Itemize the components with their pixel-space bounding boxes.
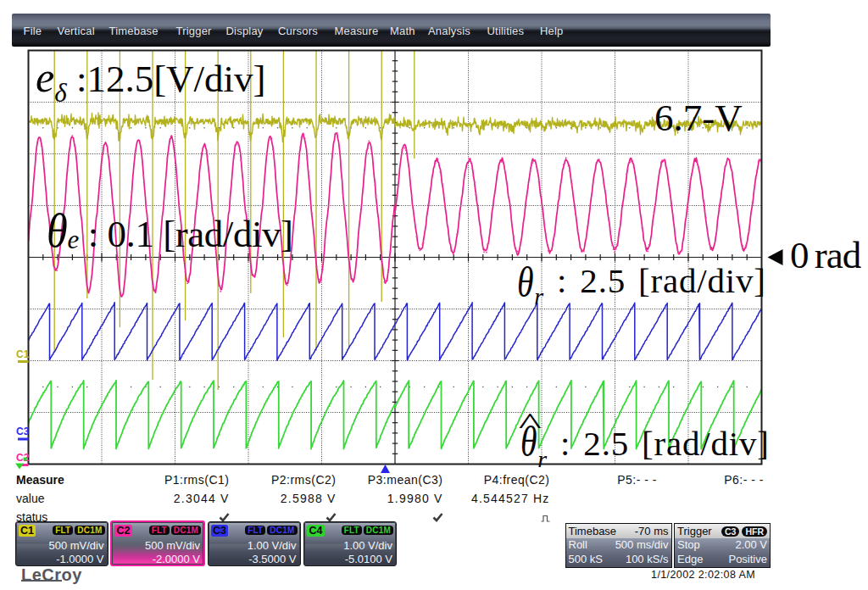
trigger-source-badge: C3 [721,526,739,537]
timebase-box[interactable]: Timebase-70 ms Roll500 ms/div 500 kS100 … [565,523,672,568]
measure-p6-label: P6:- - - [662,473,764,487]
timebase-header-row: Timebase-70 ms [566,524,671,538]
trigger-type: Edge [677,553,703,567]
measure-row-label: Measure [16,473,64,487]
channel-marker-c1: C1 [16,348,30,363]
trigger-badges: C3HFR [719,525,767,537]
channel-c4-flt-badge: FLT [342,526,362,535]
timebase-value: -70 ms [635,525,669,537]
channel-c3-vdiv: 1.00 V/div [248,539,297,552]
channel-c1-vdiv: 500 mV/div [48,539,103,552]
channel-c3-badges: FLTDC1M [245,526,297,535]
channel-c1-dc1m-badge: DC1M [75,526,104,535]
svg-text:C1: C1 [16,348,30,360]
annotation-theta-r-hat-rest: : 2.5 [rad/div] [548,424,770,463]
channel-c4-offset: -5.0100 V [345,553,392,565]
channel-c3-offset: -3.5000 V [248,553,296,565]
trigger-header-row: Trigger C3HFR [675,524,770,538]
svg-text:C3: C3 [16,426,30,437]
lecroy-logo-underline [21,580,62,582]
channel-box-c2[interactable]: C2 FLTDC1M 500 mV/div -2.0000 V [110,520,205,566]
channel-c2-chip: C2 [114,525,132,537]
channel-c4-vdiv: 1.00 V/div [343,539,392,552]
timestamp: 1/1/2002 2:02:08 AM [644,569,755,581]
measure-p2-value: 2.5988 V [235,492,337,505]
trigger-level: 2.00 V [735,538,767,553]
svg-text:C2: C2 [16,452,30,464]
annotation-zero-rad: 0 rad [767,237,860,275]
channel-c1-offset: -1.0000 V [56,553,103,565]
trigger-row-1: Stop2.00 V [675,538,770,553]
oscilloscope-screen: File Vertical Timebase Trigger Display C… [0,0,868,590]
measure-p3-label: P3:mean(C3) [342,473,443,487]
channel-box-c4[interactable]: C4 FLTDC1M 1.00 V/div -5.0100 V [303,521,397,566]
measure-p4-value: 4.544527 Hz [448,492,550,505]
channel-marker-c2: C2 [15,452,30,470]
measure-p5-label: P5:- - - [555,473,657,487]
annotation-theta-e-rest: : 0.1 [rad/div] [79,213,293,255]
timebase-title: Timebase [569,525,617,537]
annotation-theta-r-sub: r [534,283,544,309]
trigger-body: Stop2.00 V EdgePositive [675,538,770,567]
channel-c4-chip: C4 [307,525,325,537]
annotation-e-delta-var: e [36,53,54,101]
channel-c4-dc1m-badge: DC1M [364,526,393,535]
channel-c3-dc1m-badge: DC1M [267,526,297,535]
channel-c1-flt-badge: FLT [53,526,73,535]
annotation-theta-r-hat-sub: r [537,446,548,472]
timebase-rate: 100 kS/s [626,553,669,567]
annotation-zero-rad-text: 0 rad [790,234,860,276]
channel-c2-flt-badge: FLT [149,526,170,535]
measure-p3-value: 1.9980 V [342,492,443,505]
channel-c2-offset: -2.0000 V [153,553,200,565]
pulse-icon [541,515,550,522]
channel-c3-flt-badge: FLT [245,526,265,535]
timebase-row-2: 500 kS100 kS/s [566,553,671,567]
annotation-theta-e-sub: e [68,225,79,254]
timebase-samples: 500 kS [569,553,603,567]
channel-c2-badges: FLTDC1M [149,526,201,535]
annotation-theta-r-hat: θ^r : 2.5 [rad/div] [520,426,770,461]
channel-box-c3[interactable]: C3 FLTDC1M 1.00 V/div -3.5000 V [208,521,301,566]
channel-c1-badges: FLTDC1M [53,526,104,535]
timebase-scale: 500 ms/div [615,538,669,553]
measure-p4-status [448,510,550,526]
graticule [29,51,762,465]
trigger-hfr-badge: HFR [742,526,767,537]
check-icon [326,513,337,522]
timebase-mode: Roll [569,538,587,553]
measure-p2-label: P2:rms(C2) [235,473,337,487]
trigger-slope: Positive [728,553,767,567]
channel-c1-chip: C1 [19,525,36,537]
annotation-e-delta-sub: δ [54,78,66,108]
channel-box-c1[interactable]: C1 FLTDC1M 500 mV/div -1.0000 V [15,521,108,566]
measure-p1-value: 2.3044 V [128,492,230,505]
check-icon [432,513,443,522]
annotation-theta-e: θe : 0.1 [rad/div] [47,215,293,253]
measure-p1-label: P1:rms(C1) [128,473,230,487]
annotation-e-delta-rest: :12.5[V/div] [67,58,266,100]
trigger-title: Trigger [677,525,712,537]
left-arrow-icon [767,248,783,266]
channel-c3-chip: C3 [211,525,229,537]
trigger-row-2: EdgePositive [675,553,770,567]
channel-marker-c3: C3 [16,426,30,441]
timebase-row-1: Roll500 ms/div [566,538,671,553]
channel-c4-badges: FLTDC1M [342,526,393,535]
trigger-box[interactable]: Trigger C3HFR Stop2.00 V EdgePositive [674,523,771,568]
annotation-theta-r-rest: : 2.5 [rad/div] [544,261,766,300]
value-row-label: value [16,492,44,505]
trigger-mode: Stop [677,538,700,553]
channel-c2-dc1m-badge: DC1M [171,526,201,535]
annotation-6-7-v-text: 6.7-V [654,97,743,139]
annotation-e-delta: eδ :12.5[V/div] [36,60,266,98]
timebase-body: Roll500 ms/div 500 kS100 kS/s [566,538,671,567]
annotation-theta-r: θr : 2.5 [rad/div] [517,264,766,298]
check-icon [219,513,230,522]
measure-p4-label: P4:freq(C2) [448,473,550,487]
channel-c2-vdiv: 500 mV/div [145,539,200,552]
annotation-theta-r-hat-hat: ^ [519,409,542,439]
trigger-position-marker [381,465,390,473]
annotation-6-7-v: 6.7-V [654,99,743,137]
